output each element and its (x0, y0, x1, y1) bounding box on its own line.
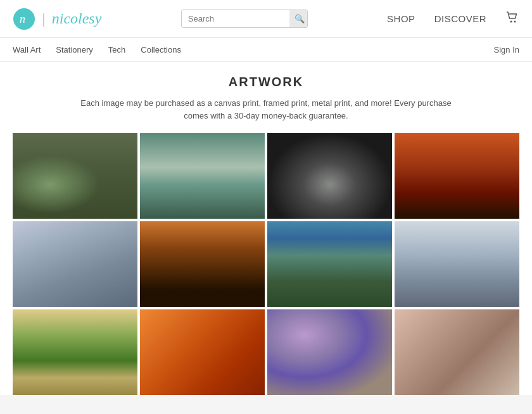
gallery-item[interactable] (140, 309, 265, 395)
subnav-tech[interactable]: Tech (108, 45, 125, 55)
svg-point-3 (514, 20, 516, 22)
subnav-stationery[interactable]: Stationery (56, 45, 93, 55)
search-button[interactable]: 🔍 (289, 10, 308, 27)
main-content: ARTWORK Each image may be purchased as a… (0, 62, 532, 395)
search-area: 🔍 (181, 10, 308, 28)
logo-text: nicolesy (52, 10, 102, 27)
page-description: Each image may be purchased as a canvas … (76, 97, 456, 122)
gallery-item[interactable] (13, 133, 137, 219)
gallery-grid (13, 133, 519, 395)
svg-text:n: n (20, 13, 25, 25)
sign-in-link[interactable]: Sign In (494, 45, 519, 55)
gallery-item[interactable] (267, 221, 392, 307)
subnav-collections[interactable]: Collections (141, 45, 181, 55)
gallery-item[interactable] (395, 133, 519, 219)
svg-point-2 (510, 20, 512, 22)
artwork-image-3 (267, 133, 392, 219)
gallery-item[interactable] (13, 309, 137, 395)
nav-discover[interactable]: DISCOVER (434, 13, 486, 24)
gallery-item[interactable] (395, 221, 519, 307)
gallery-item[interactable] (267, 309, 392, 395)
artwork-image-10 (140, 309, 265, 395)
subnav-wall-art[interactable]: Wall Art (13, 45, 41, 55)
artwork-image-6 (140, 221, 265, 307)
nav-shop[interactable]: SHOP (387, 13, 415, 24)
subnav: Wall Art Stationery Tech Collections Sig… (0, 38, 532, 62)
logo-icon: n (13, 8, 35, 30)
logo-divider: | (42, 11, 46, 27)
gallery-item[interactable] (140, 221, 265, 307)
cart-icon[interactable] (505, 11, 519, 27)
main-nav: SHOP DISCOVER (387, 11, 519, 27)
artwork-image-1 (13, 133, 137, 219)
artwork-image-8 (395, 221, 519, 307)
page-title: ARTWORK (13, 75, 519, 89)
artwork-image-5 (13, 221, 137, 307)
subnav-left: Wall Art Stationery Tech Collections (13, 45, 181, 55)
gallery-item[interactable] (267, 133, 392, 219)
artwork-image-11 (267, 309, 392, 395)
gallery-item[interactable] (13, 221, 137, 307)
gallery-item[interactable] (395, 309, 519, 395)
logo-area: n | nicolesy (13, 8, 101, 30)
artwork-image-12 (395, 309, 519, 395)
site-header: n | nicolesy 🔍 SHOP DISCOVER (0, 0, 532, 38)
artwork-image-7 (267, 221, 392, 307)
artwork-image-4 (395, 133, 519, 219)
artwork-image-9 (13, 309, 137, 395)
artwork-image-2 (140, 133, 265, 219)
search-input[interactable] (182, 10, 289, 27)
gallery-item[interactable] (140, 133, 265, 219)
